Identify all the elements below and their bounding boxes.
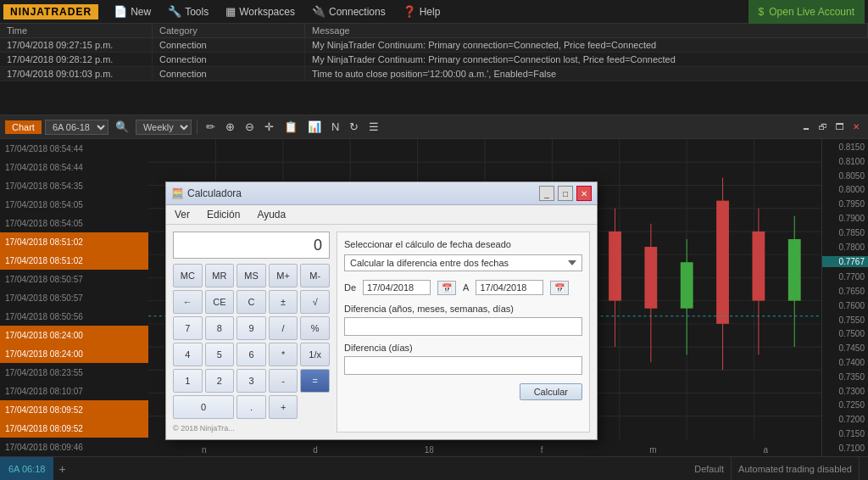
mplus-button[interactable]: M+ — [269, 264, 298, 287]
from-label: De — [344, 282, 356, 293]
restore-button[interactable]: □ — [558, 186, 573, 201]
7-button[interactable]: 7 — [173, 316, 203, 340]
diff-days-label: Diferencia (días) — [344, 343, 582, 353]
open-account-button[interactable]: $ Open Live Account — [748, 0, 865, 24]
nav-connections[interactable]: 🔌 Connections — [303, 0, 394, 24]
log-cat-0: Connection — [153, 38, 305, 52]
open-account-label: Open Live Account — [769, 6, 854, 18]
svg-rect-46 — [609, 232, 621, 301]
from-date-input[interactable] — [363, 280, 431, 295]
chart-tab[interactable]: Chart — [5, 120, 42, 134]
5-button[interactable]: 5 — [205, 343, 235, 366]
draw-icon[interactable]: ✏ — [203, 119, 219, 135]
divide-button[interactable]: / — [269, 316, 298, 340]
nav-help[interactable]: ❓ Help — [394, 0, 449, 24]
diff-years-input[interactable] — [344, 317, 582, 336]
calcular-button[interactable]: Calcular — [520, 383, 582, 400]
refresh-icon[interactable]: ↻ — [346, 119, 362, 135]
0-button[interactable]: 0 — [173, 395, 234, 419]
from-date-picker-button[interactable]: 📅 — [437, 281, 456, 295]
1-button[interactable]: 1 — [173, 369, 203, 393]
mminus-button[interactable]: M- — [300, 264, 330, 287]
tools-icon: 🔧 — [168, 5, 181, 18]
mc-button[interactable]: MC — [173, 264, 203, 287]
minimize-button[interactable]: _ — [539, 186, 554, 201]
log-time-0: 17/04/2018 09:27:15 p.m. — [0, 38, 153, 52]
connections-icon: 🔌 — [312, 5, 326, 18]
search-icon[interactable]: 🔍 — [112, 119, 132, 135]
nav-tools-label: Tools — [185, 6, 209, 18]
price-label: 0.7400 — [822, 358, 868, 367]
minimize-icon[interactable]: 🗕 — [798, 120, 814, 133]
2-button[interactable]: 2 — [205, 369, 235, 393]
restore-icon[interactable]: 🗗 — [815, 120, 831, 133]
clear-button[interactable]: C — [236, 290, 266, 314]
calculator-icon: 🧮 — [171, 187, 184, 199]
4-button[interactable]: 4 — [173, 343, 203, 366]
diff-days-input[interactable] — [344, 356, 582, 375]
9-button[interactable]: 9 — [236, 316, 266, 340]
sign-button[interactable]: ± — [269, 290, 298, 314]
log-row: 17/04/2018 09:01:03 p.m. Connection Time… — [0, 67, 868, 81]
price-label: 0.7800 — [822, 243, 868, 252]
close-chart-icon[interactable]: ✕ — [849, 120, 863, 133]
navbar: NINJATRADER 📄 New 🔧 Tools ▦ Workspaces 🔌… — [0, 0, 868, 24]
price-label: 0.7600 — [822, 301, 868, 310]
app-logo: NINJATRADER — [3, 4, 98, 20]
chart-row: 17/04/2018 08:50:57 — [0, 288, 148, 307]
backspace-button[interactable]: ← — [173, 290, 203, 314]
calculator-dialog: 🧮 Calculadora _ □ ✕ Ver Edición Ayuda 0 — [165, 181, 598, 440]
sqrt-button[interactable]: √ — [300, 290, 330, 314]
menu-ver[interactable]: Ver — [171, 207, 193, 222]
reciprocal-button[interactable]: 1/x — [300, 343, 330, 366]
equals-button[interactable]: = — [300, 369, 330, 393]
to-date-input[interactable] — [476, 280, 543, 295]
percent-button[interactable]: % — [300, 316, 330, 340]
menu-ayuda[interactable]: Ayuda — [253, 207, 289, 222]
price-label: 0.8100 — [822, 157, 868, 166]
zoom-out-icon[interactable]: ⊖ — [242, 119, 258, 135]
nav-new[interactable]: 📄 New — [105, 0, 159, 24]
chart-time-rows: 17/04/2018 08:54:44 17/04/2018 08:54:44 … — [0, 139, 148, 456]
ms-button[interactable]: MS — [236, 264, 266, 287]
ce-button[interactable]: CE — [205, 290, 235, 314]
menu-edicion[interactable]: Edición — [203, 207, 243, 222]
8-button[interactable]: 8 — [205, 316, 235, 340]
3-button[interactable]: 3 — [236, 369, 266, 393]
6-button[interactable]: 6 — [236, 343, 266, 366]
log-msg-2: Time to auto close position='12:00:00 a.… — [305, 67, 868, 81]
time-axis-label: m — [649, 445, 656, 455]
price-label: 0.7550 — [822, 315, 868, 325]
maximize-icon[interactable]: 🗖 — [832, 120, 848, 133]
minus-button[interactable]: - — [269, 369, 298, 393]
bottom-bar: 6A 06:18 + Default Automated trading dis… — [0, 456, 868, 480]
multiply-button[interactable]: * — [269, 343, 298, 366]
chart-area[interactable]: 17/04/2018 08:54:44 17/04/2018 08:54:44 … — [0, 139, 868, 456]
plus-button[interactable]: + — [269, 395, 298, 419]
workspaces-icon: ▦ — [225, 5, 236, 18]
status-trading: Automated trading disabled — [732, 457, 860, 481]
nav-tools[interactable]: 🔧 Tools — [159, 0, 217, 24]
calculator-menubar: Ver Edición Ayuda — [166, 205, 597, 225]
date-calculator-area: Seleccionar el cálculo de fecha deseado … — [337, 232, 590, 433]
calculator-grid: MC MR MS M+ M- ← CE C ± √ 7 8 — [173, 264, 330, 419]
crosshair-icon[interactable]: ✛ — [261, 119, 277, 135]
close-button[interactable]: ✕ — [576, 186, 592, 201]
nav-workspaces[interactable]: ▦ Workspaces — [217, 0, 303, 24]
timeframe-select[interactable]: Weekly — [136, 120, 192, 135]
mr-button[interactable]: MR — [205, 264, 235, 287]
ninja-icon[interactable]: N — [328, 119, 342, 135]
to-date-picker-button[interactable]: 📅 — [550, 281, 569, 295]
decimal-button[interactable]: . — [236, 395, 266, 419]
chart-type-icon[interactable]: 📊 — [304, 119, 325, 135]
zoom-in-icon[interactable]: ⊕ — [222, 119, 238, 135]
price-label: 0.7300 — [822, 387, 868, 396]
properties-icon[interactable]: ☰ — [365, 119, 382, 135]
date-calc-dropdown[interactable]: Calcular la diferencia entre dos fechas — [344, 254, 582, 271]
instrument-select[interactable]: 6A 06-18 — [45, 120, 108, 135]
clipboard-icon[interactable]: 📋 — [281, 119, 301, 135]
add-tab-button[interactable]: + — [53, 462, 70, 476]
time-axis-label: a — [764, 445, 769, 455]
calculator-display: 0 — [173, 232, 330, 259]
chart-bottom-tab[interactable]: 6A 06:18 — [0, 457, 53, 481]
